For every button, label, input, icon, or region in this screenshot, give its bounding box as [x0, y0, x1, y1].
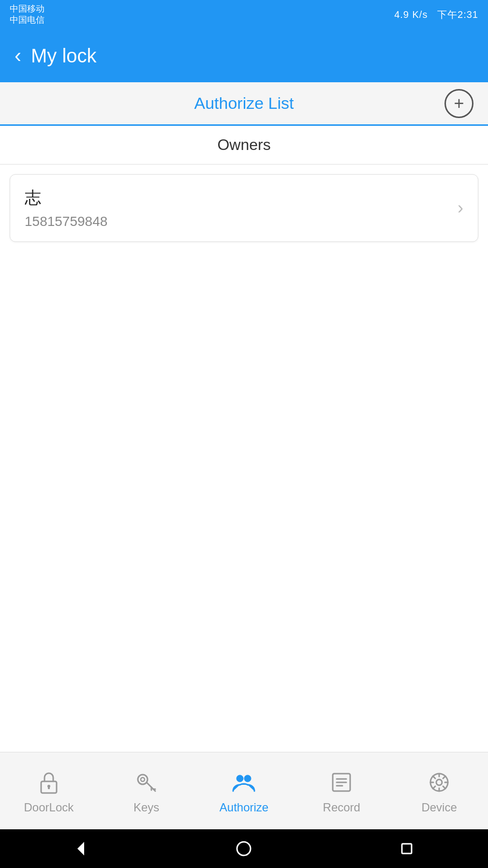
svg-point-4	[141, 778, 145, 781]
svg-line-21	[443, 786, 445, 789]
page-title: My lock	[31, 45, 97, 67]
owner-info-0: 志 15815759848	[25, 187, 107, 229]
svg-rect-26	[402, 844, 412, 853]
add-icon: +	[454, 95, 464, 112]
bottom-nav: DoorLock Keys	[0, 752, 488, 829]
nav-item-keys[interactable]: Keys	[98, 768, 195, 814]
carrier1-label: 中国移动	[10, 3, 44, 15]
owners-section-title: Owners	[217, 136, 270, 154]
home-nav-button[interactable]	[232, 837, 256, 861]
owner-phone-0: 15815759848	[25, 214, 107, 229]
nav-label-device: Device	[421, 801, 457, 814]
time-indicator: 下午2:31	[437, 9, 478, 20]
status-indicators: 4.9 K/s 下午2:31	[394, 8, 478, 21]
carrier-info: 中国移动 中国电信	[10, 3, 44, 26]
doorlock-icon	[34, 768, 63, 797]
device-icon	[425, 768, 454, 797]
nav-label-authorize: Authorize	[220, 801, 268, 814]
authorize-icon	[229, 768, 258, 797]
add-authorize-button[interactable]: +	[444, 89, 473, 118]
svg-point-25	[237, 842, 251, 855]
nav-item-device[interactable]: Device	[390, 768, 488, 814]
system-nav-bar	[0, 829, 488, 868]
status-bar: 中国移动 中国电信 4.9 K/s 下午2:31	[0, 0, 488, 29]
recents-nav-button[interactable]	[395, 837, 419, 861]
svg-point-8	[237, 775, 243, 782]
owner-name-0: 志	[25, 187, 107, 209]
authorize-list-title: Authorize List	[194, 94, 294, 113]
back-nav-button[interactable]	[69, 837, 93, 861]
back-button[interactable]: ‹	[15, 45, 21, 66]
nav-label-doorlock: DoorLock	[24, 801, 74, 814]
chevron-right-icon: ›	[458, 198, 463, 218]
owner-card-0[interactable]: 志 15815759848 ›	[10, 174, 478, 242]
svg-line-23	[433, 786, 435, 789]
sub-header: Authorize List +	[0, 82, 488, 126]
nav-item-authorize[interactable]: Authorize	[195, 768, 293, 814]
app-bar: ‹ My lock	[0, 29, 488, 82]
svg-line-22	[443, 776, 445, 778]
nav-label-record: Record	[323, 801, 360, 814]
svg-point-9	[244, 775, 251, 782]
nav-label-keys: Keys	[133, 801, 159, 814]
owners-section-header: Owners	[0, 126, 488, 165]
record-icon	[327, 768, 356, 797]
svg-marker-24	[77, 842, 84, 855]
speed-indicator: 4.9 K/s	[394, 9, 428, 20]
nav-item-doorlock[interactable]: DoorLock	[0, 768, 98, 814]
keys-icon	[132, 768, 161, 797]
owner-list: 志 15815759848 ›	[0, 165, 488, 252]
svg-rect-2	[48, 786, 50, 789]
nav-item-record[interactable]: Record	[293, 768, 390, 814]
carrier2-label: 中国电信	[10, 15, 44, 26]
svg-line-20	[433, 776, 435, 778]
svg-point-15	[436, 779, 442, 785]
